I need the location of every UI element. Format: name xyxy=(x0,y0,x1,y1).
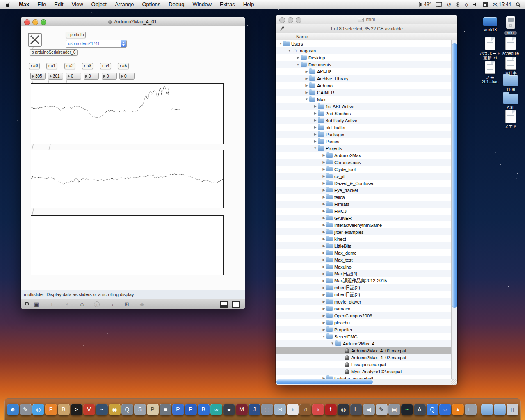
pin-icon[interactable] xyxy=(280,25,285,32)
menu-file[interactable]: File xyxy=(33,1,50,7)
dock-vlc[interactable]: ▲ xyxy=(452,404,464,415)
finder-row[interactable]: ▶namaco xyxy=(276,305,451,312)
dock-firefox[interactable]: F xyxy=(45,404,57,415)
number-box-4[interactable]: 0 xyxy=(102,73,117,80)
disclosure-closed-icon[interactable]: ▶ xyxy=(321,244,326,248)
receive-object-a0[interactable]: r a0 xyxy=(29,63,40,69)
disclosure-closed-icon[interactable]: ▶ xyxy=(321,258,326,262)
apple-menu[interactable] xyxy=(0,2,15,8)
finder-row[interactable]: ▶old_buffer xyxy=(276,124,451,131)
input-source-icon[interactable] xyxy=(483,2,488,7)
finder-row[interactable]: Lissajous.maxpat xyxy=(276,361,451,368)
dock-lens-app[interactable]: ◎ xyxy=(338,404,349,415)
dock-processing[interactable]: P xyxy=(185,404,197,415)
airport-icon[interactable]: ◇ xyxy=(464,2,468,7)
multislider-display-1[interactable] xyxy=(31,83,224,144)
object-box-icon[interactable]: ▣ xyxy=(33,301,40,307)
finder-row[interactable]: ▶AKI-H8 xyxy=(276,68,451,75)
disclosure-closed-icon[interactable]: ▶ xyxy=(321,328,326,331)
finder-row[interactable]: ▶Max_demo xyxy=(276,249,451,256)
dock-logic[interactable]: L xyxy=(350,404,362,415)
presentation-view-icon[interactable] xyxy=(232,301,240,308)
close-button[interactable] xyxy=(279,17,285,23)
patching-tool-icon[interactable]: + xyxy=(48,301,55,307)
disclosure-closed-icon[interactable]: ▶ xyxy=(321,251,326,255)
dock-display-app[interactable]: ▢ xyxy=(261,404,273,415)
finder-row[interactable]: ▶LittleBits xyxy=(276,242,451,249)
probe-icon[interactable]: ◇ xyxy=(79,301,85,307)
finder-row[interactable]: ▼Max xyxy=(276,96,451,103)
finder-row[interactable]: ▶jitter-examples xyxy=(276,228,451,235)
finder-row[interactable]: ▶Packages xyxy=(276,131,451,138)
receive-object-a2[interactable]: r a2 xyxy=(64,63,75,69)
disclosure-closed-icon[interactable]: ▶ xyxy=(295,56,301,59)
disclosure-closed-icon[interactable]: ▶ xyxy=(321,237,326,241)
finder-row[interactable]: ▶OpenCampus2006 xyxy=(276,312,451,319)
finder-row[interactable]: ▶GAINER xyxy=(276,215,451,221)
disclosure-closed-icon[interactable]: ▶ xyxy=(304,77,309,80)
dock-midi-keys[interactable]: ♪ xyxy=(287,404,299,415)
zoom-button[interactable] xyxy=(41,19,46,25)
desktop-icon[interactable]: work13 xyxy=(479,17,501,32)
minimize-button[interactable] xyxy=(32,19,38,25)
finder-row[interactable]: ▶Desktop xyxy=(276,54,451,61)
desktop-icon[interactable]: メモ201...lias xyxy=(479,61,501,84)
finder-row[interactable]: ▶Propeller xyxy=(276,326,451,333)
finder-row[interactable]: ▶2nd Stochos xyxy=(276,110,451,117)
display-menu-item[interactable] xyxy=(436,2,442,7)
remove-icon[interactable]: × xyxy=(64,301,70,307)
disclosure-open-icon[interactable]: ▼ xyxy=(295,63,301,66)
dock-flash[interactable]: f xyxy=(325,404,337,415)
disclosure-open-icon[interactable]: ▼ xyxy=(330,342,335,345)
finder-row[interactable]: ▶picachu xyxy=(276,319,451,326)
receive-object-a5[interactable]: r a5 xyxy=(118,63,129,69)
disclosure-closed-icon[interactable]: ▶ xyxy=(321,202,326,206)
dock-trash[interactable]: ▯ xyxy=(507,404,518,415)
dock-quicktime7[interactable]: Q xyxy=(121,404,133,415)
dock-camera-app[interactable]: ● xyxy=(223,404,235,415)
dock-finder[interactable]: ☻ xyxy=(7,404,19,415)
temperature-menu-item[interactable]: 43° xyxy=(419,2,431,7)
finder-row[interactable]: ▶Max_test xyxy=(276,256,451,263)
dock-bbedit[interactable]: B xyxy=(58,404,70,415)
menu-arrange[interactable]: Arrange xyxy=(111,1,138,7)
finder-row[interactable]: ▶Max日記(4) xyxy=(276,270,451,277)
disclosure-closed-icon[interactable]: ▶ xyxy=(321,300,326,304)
disclosure-closed-icon[interactable]: ▶ xyxy=(321,293,326,297)
receive-object-a3[interactable]: r a3 xyxy=(82,63,93,69)
menu-extras[interactable]: Extras xyxy=(216,1,239,7)
disclosure-closed-icon[interactable]: ▶ xyxy=(321,181,326,185)
dock-max[interactable]: M xyxy=(236,404,248,415)
finder-row[interactable]: ▼Documents xyxy=(276,61,451,68)
disclosure-closed-icon[interactable]: ▶ xyxy=(304,70,309,73)
finder-row[interactable]: ▶FMC3 xyxy=(276,208,451,215)
desktop-icon[interactable]: メアド xyxy=(500,110,522,129)
desktop-icon[interactable]: ASL xyxy=(500,94,522,110)
dock-app-a[interactable]: A xyxy=(414,404,426,415)
dock-speaker-app[interactable]: ◀ xyxy=(363,404,375,415)
dock-processing-plus[interactable]: P xyxy=(172,404,184,415)
menubar-clock[interactable]: 水 15:44 xyxy=(493,1,511,8)
finder-titlebar[interactable]: mini xyxy=(276,15,457,25)
menu-window[interactable]: Window xyxy=(189,1,216,7)
disclosure-closed-icon[interactable]: ▶ xyxy=(321,195,326,199)
dock-blue-app[interactable]: ○ xyxy=(439,404,451,415)
disclosure-closed-icon[interactable]: ▶ xyxy=(313,132,318,136)
dock-puredata[interactable]: P xyxy=(147,404,159,415)
desktop-icon[interactable]: schedule xyxy=(500,37,522,56)
finder-row[interactable]: ▼Users xyxy=(276,40,451,47)
patching-view-icon[interactable] xyxy=(220,301,228,308)
vertical-scrollbar[interactable] xyxy=(451,40,457,379)
finder-row[interactable]: ▼SeeedEMG xyxy=(276,333,451,340)
finder-row[interactable]: ▶Clyde_tool xyxy=(276,166,451,173)
number-box-1[interactable]: 301 xyxy=(48,73,63,80)
finder-row[interactable]: ▼Arduino2Max_4 xyxy=(276,340,451,347)
disclosure-closed-icon[interactable]: ▶ xyxy=(321,216,326,220)
column-header-name[interactable]: Name xyxy=(276,33,457,40)
info-icon[interactable]: i xyxy=(94,301,100,307)
disclosure-closed-icon[interactable]: ▶ xyxy=(313,105,318,108)
menu-edit[interactable]: Edit xyxy=(50,1,67,7)
disclosure-closed-icon[interactable]: ▶ xyxy=(321,321,326,324)
disclosure-open-icon[interactable]: ▼ xyxy=(278,42,283,46)
finder-row[interactable]: ▶InteractveRhythmGame xyxy=(276,221,451,228)
